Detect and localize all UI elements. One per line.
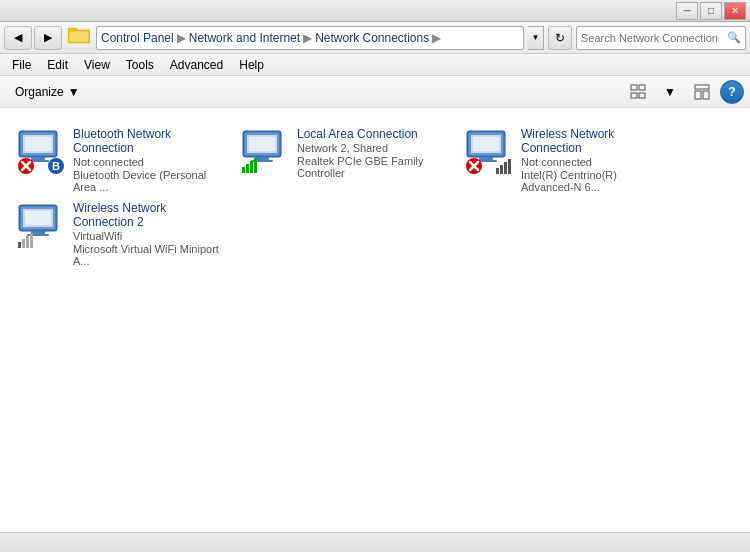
search-input[interactable] xyxy=(577,32,723,44)
bluetooth-icon-wrap: B xyxy=(17,127,65,175)
menu-view[interactable]: View xyxy=(76,56,118,74)
address-dropdown-button[interactable]: ▼ xyxy=(528,26,544,50)
organize-button[interactable]: Organize ▼ xyxy=(6,80,89,104)
wireless-2-conn-name: Wireless Network Connection 2 xyxy=(73,201,223,229)
menu-edit[interactable]: Edit xyxy=(39,56,76,74)
connection-bluetooth[interactable]: B Bluetooth Network Connection Not conne… xyxy=(10,118,230,188)
bluetooth-conn-status: Not connected xyxy=(73,156,223,168)
window-controls: ─ □ ✕ xyxy=(676,2,746,20)
menu-file[interactable]: File xyxy=(4,56,39,74)
title-bar: ─ □ ✕ xyxy=(0,0,750,22)
svg-rect-30 xyxy=(254,158,257,173)
wireless-2-connection-info: Wireless Network Connection 2 VirtualWif… xyxy=(73,201,223,267)
bluetooth-conn-detail: Bluetooth Device (Personal Area ... xyxy=(73,169,223,193)
wireless-error-icon xyxy=(465,157,483,175)
svg-rect-42 xyxy=(504,162,507,174)
path-network-connections[interactable]: Network Connections xyxy=(315,31,429,45)
wireless-signal-icon xyxy=(495,157,513,175)
menu-advanced[interactable]: Advanced xyxy=(162,56,231,74)
svg-rect-15 xyxy=(25,137,51,151)
svg-rect-40 xyxy=(496,168,499,174)
close-button[interactable]: ✕ xyxy=(724,2,746,20)
svg-rect-50 xyxy=(18,242,21,248)
svg-rect-4 xyxy=(639,85,645,90)
wireless-conn-detail: Intel(R) Centrino(R) Advanced-N 6... xyxy=(521,169,671,193)
svg-rect-49 xyxy=(25,211,51,225)
address-bar: ◀ ▶ Control Panel ▶ Network and Internet… xyxy=(0,22,750,54)
local-area-conn-status: Network 2, Shared xyxy=(297,142,447,154)
minimize-button[interactable]: ─ xyxy=(676,2,698,20)
address-path[interactable]: Control Panel ▶ Network and Internet ▶ N… xyxy=(96,26,524,50)
svg-rect-5 xyxy=(631,93,637,98)
menu-tools[interactable]: Tools xyxy=(118,56,162,74)
maximize-button[interactable]: □ xyxy=(700,2,722,20)
connection-wireless-2[interactable]: Wireless Network Connection 2 VirtualWif… xyxy=(10,192,230,262)
wireless-conn-status: Not connected xyxy=(521,156,671,168)
connection-wireless[interactable]: Wireless Network Connection Not connecte… xyxy=(458,118,678,188)
forward-button[interactable]: ▶ xyxy=(34,26,62,50)
wireless-2-conn-status: VirtualWifi xyxy=(73,230,223,242)
local-area-conn-name: Local Area Connection xyxy=(297,127,447,141)
content-area: B Bluetooth Network Connection Not conne… xyxy=(0,108,750,532)
wireless-2-conn-detail: Microsoft Virtual WiFi Miniport A... xyxy=(73,243,223,267)
svg-rect-8 xyxy=(695,91,701,99)
toolbar: Organize ▼ ▼ ? xyxy=(0,76,750,108)
path-control-panel[interactable]: Control Panel xyxy=(101,31,174,45)
wireless-icon-wrap xyxy=(465,127,513,175)
local-area-conn-detail: Realtek PCIe GBE Family Controller xyxy=(297,155,447,179)
local-area-signal-icon xyxy=(241,157,259,175)
path-sep-2: ▶ xyxy=(303,31,312,45)
svg-rect-27 xyxy=(242,167,245,173)
svg-rect-36 xyxy=(473,137,499,151)
toolbar-right: ▼ ? xyxy=(624,80,744,104)
bluetooth-error-icon xyxy=(17,157,35,175)
search-icon[interactable]: 🔍 xyxy=(723,27,745,49)
view-button[interactable] xyxy=(624,80,652,104)
wireless-connection-info: Wireless Network Connection Not connecte… xyxy=(521,127,671,193)
menu-bar: File Edit View Tools Advanced Help xyxy=(0,54,750,76)
path-sep-3: ▶ xyxy=(432,31,441,45)
svg-rect-29 xyxy=(250,161,253,173)
path-sep-1: ▶ xyxy=(177,31,186,45)
search-box: 🔍 xyxy=(576,26,746,50)
svg-rect-53 xyxy=(30,233,33,248)
organize-arrow: ▼ xyxy=(68,85,80,99)
connection-local-area[interactable]: Local Area Connection Network 2, Shared … xyxy=(234,118,454,188)
nav-buttons: ◀ ▶ xyxy=(4,26,62,50)
svg-rect-2 xyxy=(69,31,89,42)
bluetooth-badge-icon: B xyxy=(47,157,65,175)
refresh-button[interactable]: ↻ xyxy=(548,26,572,50)
svg-rect-51 xyxy=(22,239,25,248)
svg-rect-9 xyxy=(703,91,709,99)
organize-label: Organize xyxy=(15,85,64,99)
svg-rect-52 xyxy=(26,236,29,248)
svg-rect-26 xyxy=(249,137,275,151)
svg-rect-3 xyxy=(631,85,637,90)
wireless-2-signal-icon xyxy=(17,231,35,249)
svg-rect-7 xyxy=(695,85,709,89)
status-bar xyxy=(0,532,750,552)
svg-rect-43 xyxy=(508,159,511,174)
local-area-connection-info: Local Area Connection Network 2, Shared … xyxy=(297,127,447,179)
local-area-icon-wrap xyxy=(241,127,289,175)
wireless-conn-name: Wireless Network Connection xyxy=(521,127,671,155)
help-button[interactable]: ? xyxy=(720,80,744,104)
svg-text:B: B xyxy=(52,160,60,172)
toolbar-left: Organize ▼ xyxy=(6,80,89,104)
layout-button[interactable] xyxy=(688,80,716,104)
back-button[interactable]: ◀ xyxy=(4,26,32,50)
svg-rect-28 xyxy=(246,164,249,173)
folder-icon xyxy=(68,26,90,49)
menu-help[interactable]: Help xyxy=(231,56,272,74)
svg-rect-41 xyxy=(500,165,503,174)
bluetooth-conn-name: Bluetooth Network Connection xyxy=(73,127,223,155)
wireless-2-icon-wrap xyxy=(17,201,65,249)
bluetooth-connection-info: Bluetooth Network Connection Not connect… xyxy=(73,127,223,193)
svg-rect-6 xyxy=(639,93,645,98)
view-dropdown-button[interactable]: ▼ xyxy=(656,80,684,104)
path-network-internet[interactable]: Network and Internet xyxy=(189,31,300,45)
